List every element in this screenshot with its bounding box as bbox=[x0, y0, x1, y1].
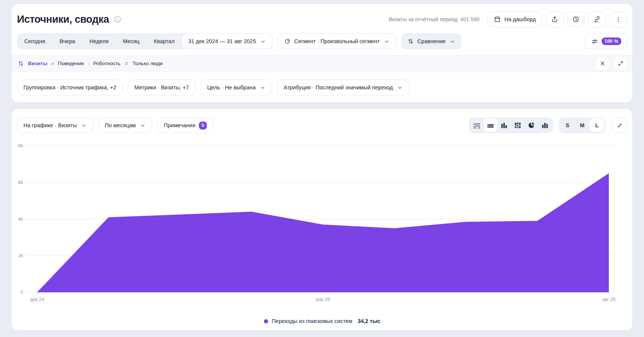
report-settings-row: Группировка · Источник трафика, +2 Метри… bbox=[12, 72, 632, 95]
to-dashboard-button[interactable]: На дашборд bbox=[487, 11, 542, 27]
segment-label: Сегмент · Произвольный сегмент bbox=[294, 38, 380, 44]
svg-text:4k: 4k bbox=[18, 217, 23, 222]
stacked-bar-chart-icon bbox=[514, 121, 522, 129]
filter-conjunction: и bbox=[51, 61, 54, 66]
legend-dot-icon bbox=[264, 319, 268, 323]
pie-segment-icon bbox=[284, 38, 291, 45]
compare-label: Сравнение bbox=[417, 38, 446, 44]
annotations-label: Примечания bbox=[164, 122, 196, 128]
chevron-down-icon bbox=[140, 123, 146, 128]
chart-type-line[interactable] bbox=[470, 119, 484, 132]
segment-button[interactable]: Сегмент · Произвольный сегмент bbox=[278, 33, 396, 49]
clock-icon bbox=[572, 16, 580, 23]
chart-type-bars[interactable] bbox=[497, 119, 511, 132]
chart-view-options: S M L bbox=[469, 117, 627, 133]
report-period-visits: Визиты за отчётный период: 401 560 bbox=[389, 16, 480, 22]
chart-type-switcher bbox=[469, 117, 553, 133]
chart-controls-row: На графике · Визиты По месяцам Примечани… bbox=[12, 109, 632, 133]
area-chart-icon bbox=[486, 121, 495, 129]
filter-path-parent[interactable]: Поведение bbox=[58, 61, 84, 66]
size-m-button[interactable]: M bbox=[575, 119, 590, 132]
info-icon[interactable] bbox=[113, 15, 122, 23]
column-chart-icon bbox=[541, 121, 549, 129]
size-l-button[interactable]: L bbox=[590, 119, 604, 132]
tab-yesterday[interactable]: Вчера bbox=[53, 33, 82, 49]
export-button[interactable] bbox=[546, 11, 563, 27]
metrics-button[interactable]: Метрики · Визиты, +7 bbox=[128, 80, 195, 95]
header-actions: Визиты за отчётный период: 401 560 На да… bbox=[389, 11, 627, 27]
history-button[interactable] bbox=[567, 11, 585, 27]
segment-filter-icon bbox=[17, 60, 24, 67]
annotations-button[interactable]: Примечания 5 bbox=[157, 117, 213, 133]
area-chart[interactable]: 02k4k6k8kдек 24апр 25авг 25 bbox=[12, 133, 632, 315]
grouping-label: Группировка · Источник трафика, +2 bbox=[23, 84, 116, 90]
filter-metric[interactable]: Визиты bbox=[28, 61, 47, 66]
breadcrumb-chevron-icon: › bbox=[88, 61, 89, 66]
collapse-chart-button[interactable] bbox=[611, 117, 627, 133]
compare-button[interactable]: Сравнение bbox=[401, 33, 462, 49]
svg-text:2k: 2k bbox=[18, 253, 23, 258]
size-s-button[interactable]: S bbox=[560, 119, 575, 132]
tab-quarter[interactable]: Квартал bbox=[147, 33, 182, 49]
close-icon bbox=[599, 60, 606, 67]
chart-type-columns[interactable] bbox=[538, 119, 552, 132]
on-chart-metric-button[interactable]: На графике · Визиты bbox=[17, 117, 93, 133]
area-chart-svg: 02k4k6k8kдек 24апр 25авг 25 bbox=[12, 133, 632, 315]
bar-chart-icon bbox=[500, 121, 508, 129]
granularity-label: По месяцам bbox=[105, 122, 136, 128]
legend-value: 34,2 тыс bbox=[358, 318, 380, 324]
share-export-icon bbox=[551, 16, 559, 23]
grouping-button[interactable]: Группировка · Источник трафика, +2 bbox=[17, 80, 123, 95]
period-row: Сегодня Вчера Неделя Месяц Квартал 31 де… bbox=[12, 27, 632, 49]
filter-expand-button[interactable] bbox=[613, 56, 628, 71]
tab-today[interactable]: Сегодня bbox=[17, 33, 53, 49]
svg-text:апр 25: апр 25 bbox=[316, 297, 330, 302]
collapse-icon bbox=[616, 122, 623, 129]
filter-clear-button[interactable] bbox=[595, 56, 610, 71]
granularity-button[interactable]: По месяцам bbox=[98, 117, 152, 133]
goal-button[interactable]: Цель · Не выбрана bbox=[201, 80, 272, 95]
more-menu-button[interactable] bbox=[610, 11, 627, 27]
tab-month[interactable]: Месяц bbox=[116, 33, 147, 49]
filter-value[interactable]: Только люди bbox=[132, 61, 163, 66]
chart-legend: Переходы из поисковых систем 34,2 тыс bbox=[12, 318, 632, 324]
page-title: Источники, сводка bbox=[17, 14, 109, 25]
date-range-label: 31 дек 2024 — 31 авг 2025 bbox=[188, 38, 256, 44]
attribution-label: Атрибуция · Последний значимый переход bbox=[284, 84, 393, 90]
chevron-down-icon bbox=[384, 39, 390, 44]
dashboard-icon bbox=[493, 16, 501, 23]
sampling-badge: 100 % bbox=[602, 37, 621, 45]
chevron-down-icon bbox=[260, 39, 266, 44]
line-chart-icon bbox=[473, 121, 481, 129]
period-presets: Сегодня Вчера Неделя Месяц Квартал 31 де… bbox=[17, 33, 272, 49]
goal-label: Цель · Не выбрана bbox=[207, 84, 256, 90]
chart-type-pie[interactable] bbox=[525, 119, 538, 132]
chevron-down-icon bbox=[260, 85, 265, 90]
attribution-button[interactable]: Атрибуция · Последний значимый переход bbox=[277, 80, 409, 95]
svg-text:8k: 8k bbox=[18, 143, 23, 148]
compare-icon bbox=[407, 38, 414, 45]
on-chart-label: На графике · Визиты bbox=[23, 122, 77, 128]
filter-path-child[interactable]: Роботность bbox=[93, 61, 120, 66]
expand-icon bbox=[618, 60, 624, 67]
filter-operator: = bbox=[124, 61, 129, 66]
pie-chart-icon bbox=[527, 121, 535, 129]
filter-expression: Визиты и Поведение › Роботность = Только… bbox=[17, 60, 163, 67]
copy-link-button[interactable] bbox=[588, 11, 606, 27]
header-row: Источники, сводка Визиты за отчётный пер… bbox=[12, 4, 632, 27]
sampling-button[interactable]: 100 % bbox=[585, 33, 628, 49]
legend-label: Переходы из поисковых систем bbox=[272, 318, 352, 324]
chart-type-area[interactable] bbox=[484, 119, 497, 132]
chevron-down-icon bbox=[450, 39, 455, 44]
filter-bar: Визиты и Поведение › Роботность = Только… bbox=[12, 55, 632, 72]
sliders-icon bbox=[591, 38, 598, 45]
tab-week[interactable]: Неделя bbox=[82, 33, 116, 49]
svg-text:авг 25: авг 25 bbox=[602, 297, 616, 302]
annotations-count-badge: 5 bbox=[199, 122, 207, 129]
metrics-label: Метрики · Визиты, +7 bbox=[134, 84, 189, 90]
report-header-card: Источники, сводка Визиты за отчётный пер… bbox=[12, 4, 632, 102]
chart-type-stacked[interactable] bbox=[511, 119, 525, 132]
date-range-picker[interactable]: 31 дек 2024 — 31 авг 2025 bbox=[182, 33, 272, 49]
filter-actions bbox=[595, 56, 628, 71]
chevron-down-icon bbox=[81, 123, 87, 128]
